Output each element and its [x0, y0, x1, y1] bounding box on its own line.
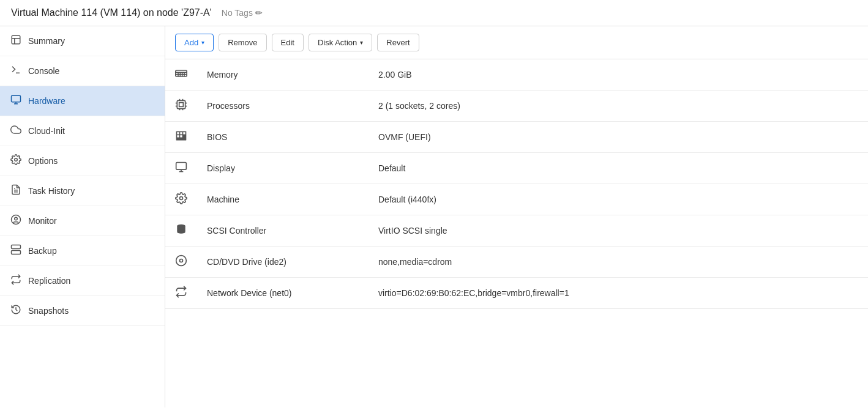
snapshots-icon: [10, 304, 22, 318]
tags-label: No Tags: [222, 8, 253, 18]
sidebar: Summary Console Hardware: [0, 26, 165, 407]
table-row[interactable]: Memory 2.00 GiB: [165, 59, 868, 91]
svg-rect-36: [183, 132, 185, 134]
svg-rect-37: [177, 135, 179, 137]
svg-point-7: [15, 158, 18, 162]
add-chevron-icon: ▾: [201, 39, 204, 46]
sidebar-item-console[interactable]: Console: [0, 56, 165, 86]
monitor-icon: [10, 214, 22, 228]
remove-button[interactable]: Remove: [219, 34, 266, 51]
network-icon: [165, 278, 197, 309]
hw-value-3: Default: [369, 153, 868, 184]
table-row[interactable]: Network Device (net0) virtio=D6:02:69:B0…: [165, 278, 868, 309]
sidebar-item-options[interactable]: Options: [0, 146, 165, 176]
svg-rect-34: [177, 132, 179, 134]
svg-point-42: [180, 197, 183, 200]
add-button[interactable]: Add ▾: [175, 34, 214, 51]
hw-name-6: CD/DVD Drive (ide2): [197, 247, 369, 278]
sidebar-item-label: Cloud-Init: [28, 126, 65, 136]
hw-name-5: SCSI Controller: [197, 215, 369, 247]
main-layout: Summary Console Hardware: [0, 26, 868, 407]
sidebar-item-task-history[interactable]: Task History: [0, 176, 165, 206]
svg-rect-35: [180, 132, 182, 134]
hardware-icon: [10, 94, 22, 108]
svg-rect-4: [12, 95, 21, 102]
sidebar-item-label: Snapshots: [28, 306, 69, 316]
console-icon: [10, 64, 22, 78]
hw-name-3: Display: [197, 153, 369, 184]
hw-name-4: Machine: [197, 184, 369, 215]
svg-rect-24: [179, 103, 184, 107]
memory-icon: [165, 59, 197, 91]
hw-value-0: 2.00 GiB: [369, 59, 868, 91]
sidebar-item-label: Backup: [28, 246, 57, 256]
hw-value-4: Default (i440fx): [369, 184, 868, 215]
sidebar-item-label: Monitor: [28, 216, 57, 226]
hw-value-7: virtio=D6:02:69:B0:62:EC,bridge=vmbr0,fi…: [369, 278, 868, 309]
sidebar-item-summary[interactable]: Summary: [0, 26, 165, 56]
scsi-icon: [165, 215, 197, 247]
hw-name-1: Processors: [197, 91, 369, 122]
edit-button[interactable]: Edit: [272, 34, 304, 51]
svg-rect-23: [177, 100, 185, 108]
table-row[interactable]: Machine Default (i440fx): [165, 184, 868, 215]
edit-tags-icon[interactable]: ✏: [255, 8, 263, 18]
sidebar-item-label: Summary: [28, 36, 65, 46]
hw-name-2: BIOS: [197, 122, 369, 153]
disk-action-chevron-icon: ▾: [360, 39, 363, 46]
svg-rect-12: [12, 245, 21, 249]
svg-rect-39: [176, 163, 187, 170]
table-row[interactable]: Processors 2 (1 sockets, 2 cores): [165, 91, 868, 122]
svg-point-45: [180, 259, 183, 262]
sidebar-item-replication[interactable]: Replication: [0, 266, 165, 296]
svg-rect-16: [176, 70, 187, 76]
hw-name-0: Memory: [197, 59, 369, 91]
svg-rect-38: [180, 135, 182, 137]
hw-value-2: OVMF (UEFI): [369, 122, 868, 153]
toolbar: Add ▾ Remove Edit Disk Action ▾ Revert: [165, 26, 868, 59]
hw-name-7: Network Device (net0): [197, 278, 369, 309]
task-history-icon: [10, 184, 22, 198]
options-icon: [10, 154, 22, 168]
table-row[interactable]: CD/DVD Drive (ide2) none,media=cdrom: [165, 247, 868, 278]
table-row[interactable]: BIOS OVMF (UEFI): [165, 122, 868, 153]
hw-value-1: 2 (1 sockets, 2 cores): [369, 91, 868, 122]
hw-value-6: none,media=cdrom: [369, 247, 868, 278]
sidebar-item-backup[interactable]: Backup: [0, 236, 165, 266]
cdrom-icon: [165, 247, 197, 278]
svg-rect-0: [12, 35, 20, 44]
tags-area: No Tags ✏: [222, 8, 263, 18]
bios-icon: [165, 122, 197, 153]
sidebar-item-label: Options: [28, 156, 58, 166]
svg-rect-13: [12, 251, 21, 254]
revert-button[interactable]: Revert: [377, 34, 419, 51]
sidebar-item-hardware[interactable]: Hardware: [0, 86, 165, 116]
machine-icon: [165, 184, 197, 215]
hardware-table: Memory 2.00 GiB Processors 2 (1 sockets,…: [165, 59, 868, 309]
cpu-icon: [165, 91, 197, 122]
hw-value-5: VirtIO SCSI single: [369, 215, 868, 247]
sidebar-item-monitor[interactable]: Monitor: [0, 206, 165, 236]
sidebar-item-label: Hardware: [28, 96, 65, 106]
cloud-init-icon: [10, 124, 22, 138]
table-row[interactable]: Display Default: [165, 153, 868, 184]
replication-icon: [10, 274, 22, 288]
summary-icon: [10, 34, 22, 48]
display-icon: [165, 153, 197, 184]
sidebar-item-label: Task History: [28, 186, 75, 196]
sidebar-item-snapshots[interactable]: Snapshots: [0, 296, 165, 326]
title-bar: Virtual Machine 114 (VM 114) on node 'Z9…: [0, 0, 868, 26]
svg-point-44: [176, 256, 187, 266]
table-row[interactable]: SCSI Controller VirtIO SCSI single: [165, 215, 868, 247]
disk-action-button[interactable]: Disk Action ▾: [309, 34, 372, 51]
sidebar-item-cloud-init[interactable]: Cloud-Init: [0, 116, 165, 146]
page-title: Virtual Machine 114 (VM 114) on node 'Z9…: [11, 7, 212, 18]
backup-icon: [10, 244, 22, 258]
sidebar-item-label: Console: [28, 66, 59, 76]
content-area: Add ▾ Remove Edit Disk Action ▾ Revert M…: [165, 26, 868, 407]
svg-point-11: [15, 217, 18, 220]
sidebar-item-label: Replication: [28, 276, 70, 286]
